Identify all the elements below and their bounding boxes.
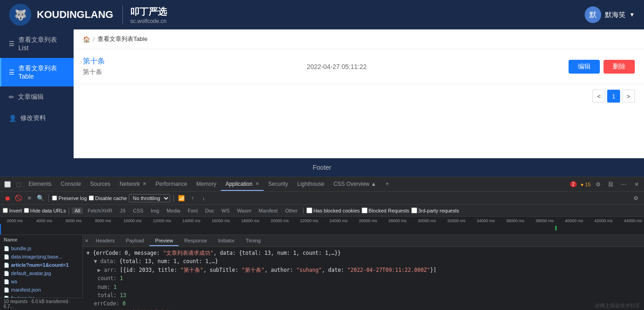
pagination-prev[interactable]: < <box>592 90 605 103</box>
pagination-next[interactable]: > <box>622 90 635 103</box>
brand-full-name: KOUDINGLANG <box>37 9 113 21</box>
filter-media[interactable]: Media <box>164 207 183 214</box>
sidebar-item-list[interactable]: ☰ 查看文章列表List <box>0 29 74 58</box>
preview-close-icon[interactable]: ✕ <box>83 237 90 245</box>
wifi-icon[interactable]: 📶 <box>177 194 186 203</box>
filter-img[interactable]: Img <box>148 207 162 214</box>
download-icon[interactable]: ↓ <box>199 194 208 203</box>
more-options-icon[interactable]: ⋯ <box>618 179 629 190</box>
expand-arr-icon[interactable]: ▶ <box>98 267 101 273</box>
article-title: 第十条 <box>83 57 105 66</box>
devtools-body: Name 📄 bundle.js 📄 data:image/png;base..… <box>0 235 644 310</box>
sidebar-item-profile[interactable]: 👤 修改资料 <box>0 108 74 129</box>
user-area[interactable]: 默 默海笑 ▼ <box>585 6 635 23</box>
device-toolbar-icon[interactable]: ⬜ <box>2 179 13 190</box>
network-settings-icon[interactable]: ⚙ <box>630 193 641 204</box>
tab-performance[interactable]: Performance <box>151 178 192 191</box>
tab-network-close-icon[interactable]: ✕ <box>143 181 146 186</box>
disable-cache-checkbox[interactable]: Disable cache <box>89 195 127 201</box>
tab-preview[interactable]: Preview <box>150 236 178 246</box>
list-icon: ☰ <box>9 40 15 47</box>
tab-css-overview[interactable]: CSS Overview ▲ <box>329 178 381 191</box>
tick-4: 8000 ms <box>88 218 118 223</box>
tick-2: 4000 ms <box>29 218 59 223</box>
file-item-bundle[interactable]: 📄 bundle.js <box>0 244 82 253</box>
record-button[interactable]: ⏺ <box>3 194 12 203</box>
has-blocked-cookies-checkbox[interactable]: Has blocked cookies <box>306 207 360 213</box>
tab-timing[interactable]: Timing <box>240 236 266 246</box>
sidebar-item-table[interactable]: ☰ 查看文章列表Table <box>0 58 74 86</box>
filter-font[interactable]: Font <box>185 207 201 214</box>
search-icon[interactable]: 🔍 <box>36 194 45 203</box>
preserve-log-checkbox[interactable]: Preserve log <box>52 195 87 201</box>
filter-css[interactable]: CSS <box>130 207 146 214</box>
filter-all[interactable]: All <box>72 207 83 214</box>
file-item-article[interactable]: 📄 article?num=1&count=1 <box>0 261 82 269</box>
chevron-down-icon[interactable]: ▼ <box>629 11 635 18</box>
filter-js[interactable]: JS <box>117 207 128 214</box>
tab-more[interactable]: + <box>381 178 393 191</box>
tab-lighthouse[interactable]: Lighthouse <box>293 178 329 191</box>
blocked-requests-checkbox[interactable]: Blocked Requests <box>362 207 409 213</box>
remote-devices-icon[interactable]: ⛓ <box>605 179 616 190</box>
profile-icon: 👤 <box>9 115 17 122</box>
file-name: default_avatar.jpg <box>11 270 51 276</box>
filter-fetch-xhr[interactable]: Fetch/XHR <box>85 207 115 214</box>
third-party-input[interactable] <box>411 207 417 213</box>
sidebar-item-label: 查看文章列表Table <box>18 64 66 80</box>
upload-icon[interactable]: ↑ <box>188 194 197 203</box>
devtools-toolbar: ⏺ 🚫 ≡ 🔍 Preserve log Disable cache No th… <box>0 192 644 205</box>
tab-sources[interactable]: Sources <box>86 178 115 191</box>
tab-elements[interactable]: Elements <box>24 178 56 191</box>
tick-3: 6000 ms <box>59 218 88 223</box>
invert-checkbox[interactable]: Invert <box>3 208 22 213</box>
tab-console-label: Console <box>61 181 81 187</box>
settings-icon[interactable]: ⚙ <box>592 179 604 190</box>
tab-initiator[interactable]: Initiator <box>213 236 240 246</box>
third-party-checkbox[interactable]: 3rd-party requests <box>411 207 459 213</box>
filter-doc[interactable]: Doc <box>202 207 217 214</box>
hide-data-urls-checkbox[interactable]: Hide data URLs <box>24 208 66 213</box>
pagination-page-1[interactable]: 1 <box>607 90 620 103</box>
file-item-ws[interactable]: 📄 ws <box>0 277 82 286</box>
tab-memory[interactable]: Memory <box>192 178 221 191</box>
file-item-dataimage[interactable]: 📄 data:image/png;base... <box>0 253 82 261</box>
preserve-log-input[interactable] <box>52 195 57 201</box>
tab-console[interactable]: Console <box>56 178 86 191</box>
throttling-select[interactable]: No throttling <box>129 194 170 202</box>
delete-button[interactable]: 删除 <box>604 60 635 74</box>
filter-wasm[interactable]: Wasm <box>234 207 254 214</box>
tab-payload[interactable]: Payload <box>121 236 150 246</box>
expand-root-icon[interactable]: ▼ <box>86 250 90 256</box>
disable-cache-input[interactable] <box>89 195 94 201</box>
tab-application-close-icon[interactable]: ✕ <box>255 181 259 186</box>
filter-other[interactable]: Other <box>282 207 301 214</box>
filter-toggle[interactable]: ≡ <box>25 194 34 203</box>
filter-ws[interactable]: WS <box>219 207 233 214</box>
expand-data-icon[interactable]: ▼ <box>94 258 97 264</box>
clear-button[interactable]: 🚫 <box>14 194 23 203</box>
inspect-icon[interactable]: ⬚ <box>13 179 24 190</box>
has-blocked-cookies-input[interactable] <box>306 207 312 213</box>
tick-22: 44000 ms <box>618 218 644 223</box>
tick-19: 38000 ms <box>530 218 559 223</box>
filter-manifest[interactable]: Manifest <box>256 207 281 214</box>
json-root-close: , data: {total: 13, num: 1, count: 1,…}} <box>213 250 341 256</box>
tab-security[interactable]: Security <box>264 178 293 191</box>
file-item-manifest[interactable]: 📄 manifest.json <box>0 286 82 294</box>
sidebar-item-edit[interactable]: ✏ 文章编辑 <box>0 86 74 108</box>
tab-network[interactable]: Network ✕ <box>115 178 151 191</box>
file-name: manifest.json <box>11 287 41 293</box>
tab-application[interactable]: Application ✕ <box>221 178 264 191</box>
edit-button[interactable]: 编辑 <box>569 60 600 74</box>
blocked-requests-input[interactable] <box>362 207 368 213</box>
close-devtools-icon[interactable]: ✕ <box>631 179 642 190</box>
hide-data-urls-input[interactable] <box>24 208 29 213</box>
content-area: 🏠 / 查看文章列表Table 第十条 第十条 2022-04-27 05:11… <box>74 29 644 158</box>
file-item-avatar[interactable]: 📄 default_avatar.jpg <box>0 269 82 277</box>
invert-input[interactable] <box>3 208 8 213</box>
tab-headers[interactable]: Headers <box>90 236 121 246</box>
home-icon[interactable]: 🏠 <box>83 36 90 43</box>
sidebar-item-label: 文章编辑 <box>18 93 44 101</box>
tab-response[interactable]: Response <box>178 236 213 246</box>
